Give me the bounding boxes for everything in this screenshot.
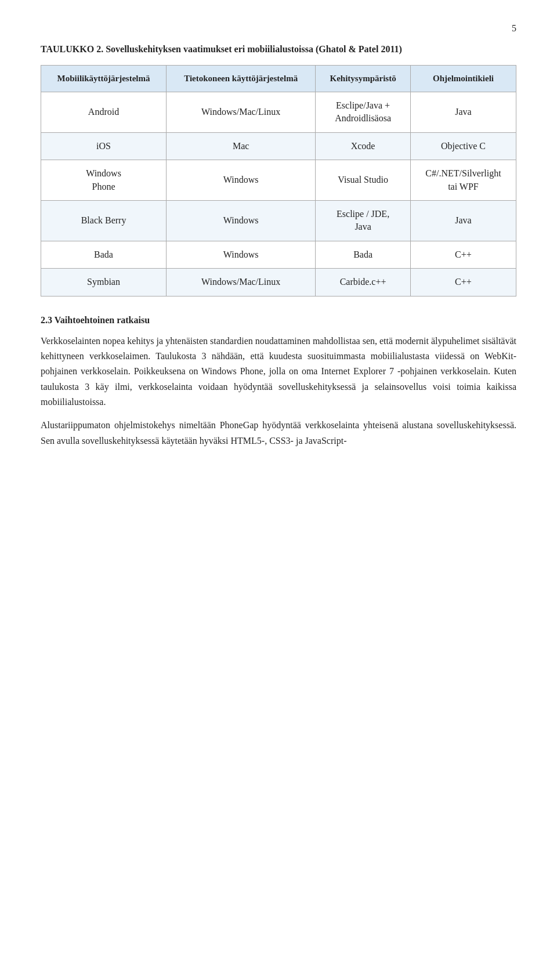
table-row: Android Windows/Mac/Linux Esclipe/Java +… [41, 92, 516, 133]
cell-os-3: WindowsPhone [41, 160, 167, 201]
cell-os-1: Java [410, 92, 516, 133]
cell-os-1: Esclipe/Java +Android­lisäosa [316, 92, 411, 133]
col-header-2: Tietokoneen käyttö­järjestelmä [167, 66, 316, 92]
cell-os-1: Windows/Mac/Linux [167, 92, 316, 133]
col-header-4: Ohjelmointikieli [410, 66, 516, 92]
cell-os-5: Bada [316, 241, 411, 268]
cell-os-1: Android [41, 92, 167, 133]
cell-os-4: Esclipe / JDE,Java [316, 200, 411, 241]
cell-os-2: Mac [167, 132, 316, 160]
page-number: 5 [41, 23, 516, 34]
cell-os-4: Windows [167, 200, 316, 241]
cell-os-2: Xcode [316, 132, 411, 160]
cell-os-3: C#/.NET/Silverlighttai WPF [410, 160, 516, 201]
cell-os-5: C++ [410, 241, 516, 268]
table-row: Black Berry Windows Esclipe / JDE,Java J… [41, 200, 516, 241]
cell-os-6: Symbian [41, 269, 167, 296]
body-paragraph-1: Verkkoselainten nopea kehitys ja yhtenäi… [41, 334, 516, 410]
cell-os-3: Visual Studio [316, 160, 411, 201]
cell-os-4: Java [410, 200, 516, 241]
body-paragraph-2: Alustariippumaton ohjelmistokehys nimelt… [41, 418, 516, 449]
table-row: Symbian Windows/Mac/Linux Carbide.c++ C+… [41, 269, 516, 296]
table-row: iOS Mac Xcode Objective C [41, 132, 516, 160]
cell-os-6: Windows/Mac/Linux [167, 269, 316, 296]
cell-os-6: C++ [410, 269, 516, 296]
cell-os-3: Windows [167, 160, 316, 201]
cell-os-6: Carbide.c++ [316, 269, 411, 296]
col-header-1: Mobiili­käyttö­järjestelmä [41, 66, 167, 92]
col-header-3: Kehitys­ympäristö [316, 66, 411, 92]
cell-os-2: Objective C [410, 132, 516, 160]
section-heading: 2.3 Vaihtoehtoinen ratkaisu [41, 315, 516, 326]
requirements-table: Mobiili­käyttö­järjestelmä Tietokoneen k… [41, 65, 516, 296]
cell-os-5: Bada [41, 241, 167, 268]
cell-os-5: Windows [167, 241, 316, 268]
table-row: WindowsPhone Windows Visual Studio C#/.N… [41, 160, 516, 201]
cell-os-2: iOS [41, 132, 167, 160]
table-row: Bada Windows Bada C++ [41, 241, 516, 268]
table-title: TAULUKKO 2. Sovelluskehityksen vaatimuks… [41, 44, 516, 55]
cell-os-4: Black Berry [41, 200, 167, 241]
